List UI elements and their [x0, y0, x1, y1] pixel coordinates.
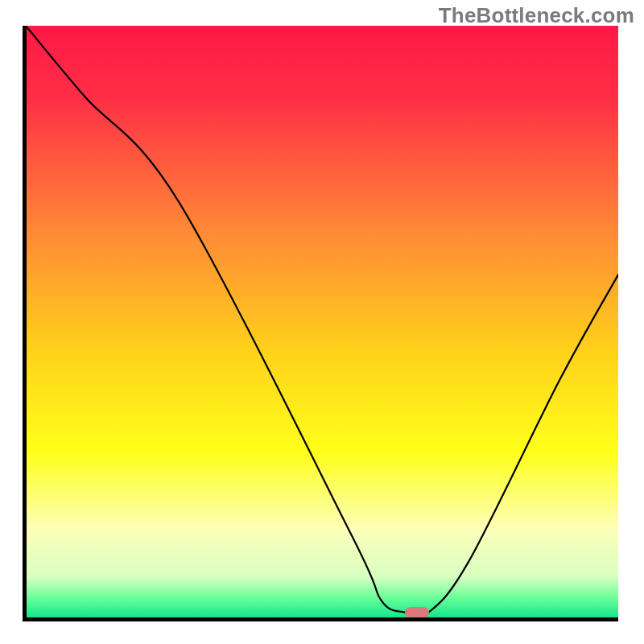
watermark-text: TheBottleneck.com — [439, 3, 634, 28]
plot-area — [26, 26, 618, 618]
bottleneck-chart: TheBottleneck.com — [0, 0, 644, 644]
optimum-marker — [405, 607, 429, 618]
gradient-background — [26, 26, 618, 618]
svg-rect-0 — [26, 26, 618, 618]
